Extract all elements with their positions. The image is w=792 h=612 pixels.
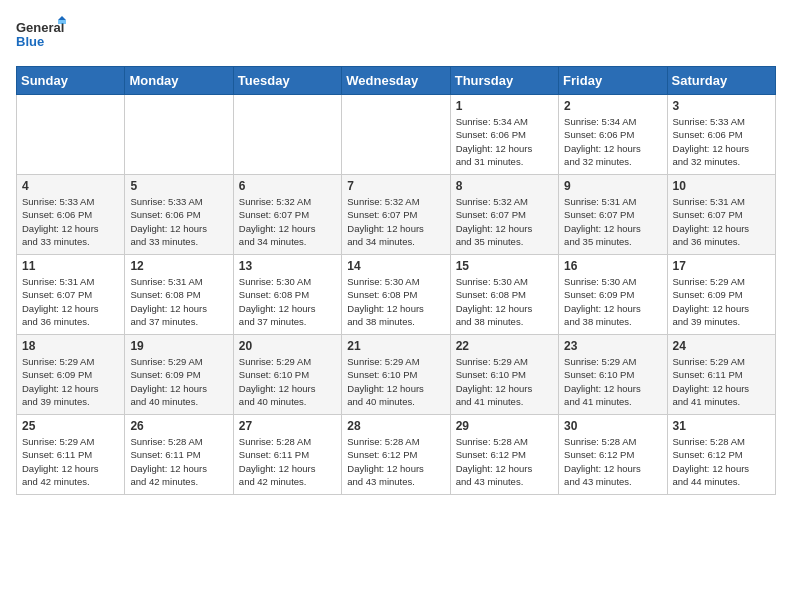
day-number: 17 <box>673 259 770 273</box>
calendar-cell: 1Sunrise: 5:34 AM Sunset: 6:06 PM Daylig… <box>450 95 558 175</box>
day-info: Sunrise: 5:30 AM Sunset: 6:08 PM Dayligh… <box>239 275 336 328</box>
calendar-table: SundayMondayTuesdayWednesdayThursdayFrid… <box>16 66 776 495</box>
calendar-cell: 16Sunrise: 5:30 AM Sunset: 6:09 PM Dayli… <box>559 255 667 335</box>
calendar-cell: 28Sunrise: 5:28 AM Sunset: 6:12 PM Dayli… <box>342 415 450 495</box>
calendar-cell: 5Sunrise: 5:33 AM Sunset: 6:06 PM Daylig… <box>125 175 233 255</box>
day-info: Sunrise: 5:31 AM Sunset: 6:07 PM Dayligh… <box>564 195 661 248</box>
calendar-cell: 12Sunrise: 5:31 AM Sunset: 6:08 PM Dayli… <box>125 255 233 335</box>
day-info: Sunrise: 5:31 AM Sunset: 6:07 PM Dayligh… <box>22 275 119 328</box>
calendar-cell: 7Sunrise: 5:32 AM Sunset: 6:07 PM Daylig… <box>342 175 450 255</box>
calendar-cell: 15Sunrise: 5:30 AM Sunset: 6:08 PM Dayli… <box>450 255 558 335</box>
svg-marker-3 <box>58 20 66 24</box>
day-info: Sunrise: 5:28 AM Sunset: 6:11 PM Dayligh… <box>130 435 227 488</box>
day-number: 27 <box>239 419 336 433</box>
calendar-cell: 17Sunrise: 5:29 AM Sunset: 6:09 PM Dayli… <box>667 255 775 335</box>
day-info: Sunrise: 5:28 AM Sunset: 6:11 PM Dayligh… <box>239 435 336 488</box>
day-number: 1 <box>456 99 553 113</box>
calendar-cell: 31Sunrise: 5:28 AM Sunset: 6:12 PM Dayli… <box>667 415 775 495</box>
weekday-header-tuesday: Tuesday <box>233 67 341 95</box>
day-number: 30 <box>564 419 661 433</box>
calendar-cell: 20Sunrise: 5:29 AM Sunset: 6:10 PM Dayli… <box>233 335 341 415</box>
calendar-week-row: 11Sunrise: 5:31 AM Sunset: 6:07 PM Dayli… <box>17 255 776 335</box>
day-info: Sunrise: 5:30 AM Sunset: 6:08 PM Dayligh… <box>347 275 444 328</box>
calendar-cell: 26Sunrise: 5:28 AM Sunset: 6:11 PM Dayli… <box>125 415 233 495</box>
day-info: Sunrise: 5:33 AM Sunset: 6:06 PM Dayligh… <box>130 195 227 248</box>
day-number: 7 <box>347 179 444 193</box>
weekday-header-saturday: Saturday <box>667 67 775 95</box>
calendar-cell: 27Sunrise: 5:28 AM Sunset: 6:11 PM Dayli… <box>233 415 341 495</box>
day-number: 8 <box>456 179 553 193</box>
day-number: 2 <box>564 99 661 113</box>
day-info: Sunrise: 5:32 AM Sunset: 6:07 PM Dayligh… <box>347 195 444 248</box>
calendar-cell <box>17 95 125 175</box>
day-number: 13 <box>239 259 336 273</box>
calendar-week-row: 1Sunrise: 5:34 AM Sunset: 6:06 PM Daylig… <box>17 95 776 175</box>
day-info: Sunrise: 5:29 AM Sunset: 6:10 PM Dayligh… <box>456 355 553 408</box>
calendar-cell: 9Sunrise: 5:31 AM Sunset: 6:07 PM Daylig… <box>559 175 667 255</box>
day-number: 10 <box>673 179 770 193</box>
calendar-cell: 29Sunrise: 5:28 AM Sunset: 6:12 PM Dayli… <box>450 415 558 495</box>
calendar-week-row: 18Sunrise: 5:29 AM Sunset: 6:09 PM Dayli… <box>17 335 776 415</box>
day-info: Sunrise: 5:29 AM Sunset: 6:10 PM Dayligh… <box>239 355 336 408</box>
day-number: 5 <box>130 179 227 193</box>
day-info: Sunrise: 5:33 AM Sunset: 6:06 PM Dayligh… <box>22 195 119 248</box>
day-number: 15 <box>456 259 553 273</box>
day-number: 16 <box>564 259 661 273</box>
calendar-cell: 2Sunrise: 5:34 AM Sunset: 6:06 PM Daylig… <box>559 95 667 175</box>
day-number: 6 <box>239 179 336 193</box>
day-number: 21 <box>347 339 444 353</box>
day-info: Sunrise: 5:28 AM Sunset: 6:12 PM Dayligh… <box>564 435 661 488</box>
svg-text:General: General <box>16 20 64 35</box>
weekday-header-thursday: Thursday <box>450 67 558 95</box>
day-info: Sunrise: 5:28 AM Sunset: 6:12 PM Dayligh… <box>347 435 444 488</box>
day-number: 14 <box>347 259 444 273</box>
day-number: 18 <box>22 339 119 353</box>
day-info: Sunrise: 5:29 AM Sunset: 6:10 PM Dayligh… <box>564 355 661 408</box>
calendar-week-row: 25Sunrise: 5:29 AM Sunset: 6:11 PM Dayli… <box>17 415 776 495</box>
calendar-cell: 6Sunrise: 5:32 AM Sunset: 6:07 PM Daylig… <box>233 175 341 255</box>
day-info: Sunrise: 5:30 AM Sunset: 6:08 PM Dayligh… <box>456 275 553 328</box>
day-info: Sunrise: 5:32 AM Sunset: 6:07 PM Dayligh… <box>456 195 553 248</box>
day-number: 28 <box>347 419 444 433</box>
day-number: 25 <box>22 419 119 433</box>
day-info: Sunrise: 5:34 AM Sunset: 6:06 PM Dayligh… <box>456 115 553 168</box>
calendar-cell <box>125 95 233 175</box>
calendar-cell: 14Sunrise: 5:30 AM Sunset: 6:08 PM Dayli… <box>342 255 450 335</box>
day-info: Sunrise: 5:28 AM Sunset: 6:12 PM Dayligh… <box>456 435 553 488</box>
weekday-header-friday: Friday <box>559 67 667 95</box>
day-number: 26 <box>130 419 227 433</box>
logo-svg: General Blue <box>16 16 66 58</box>
header: General Blue <box>16 16 776 58</box>
calendar-cell: 25Sunrise: 5:29 AM Sunset: 6:11 PM Dayli… <box>17 415 125 495</box>
calendar-cell: 21Sunrise: 5:29 AM Sunset: 6:10 PM Dayli… <box>342 335 450 415</box>
day-info: Sunrise: 5:29 AM Sunset: 6:09 PM Dayligh… <box>673 275 770 328</box>
calendar-cell: 13Sunrise: 5:30 AM Sunset: 6:08 PM Dayli… <box>233 255 341 335</box>
day-number: 31 <box>673 419 770 433</box>
day-info: Sunrise: 5:29 AM Sunset: 6:09 PM Dayligh… <box>22 355 119 408</box>
logo: General Blue <box>16 16 66 58</box>
calendar-cell <box>342 95 450 175</box>
day-info: Sunrise: 5:29 AM Sunset: 6:10 PM Dayligh… <box>347 355 444 408</box>
day-info: Sunrise: 5:30 AM Sunset: 6:09 PM Dayligh… <box>564 275 661 328</box>
day-info: Sunrise: 5:28 AM Sunset: 6:12 PM Dayligh… <box>673 435 770 488</box>
day-number: 22 <box>456 339 553 353</box>
calendar-cell: 30Sunrise: 5:28 AM Sunset: 6:12 PM Dayli… <box>559 415 667 495</box>
weekday-header-monday: Monday <box>125 67 233 95</box>
day-number: 11 <box>22 259 119 273</box>
svg-marker-2 <box>58 16 66 20</box>
calendar-cell: 8Sunrise: 5:32 AM Sunset: 6:07 PM Daylig… <box>450 175 558 255</box>
day-number: 19 <box>130 339 227 353</box>
calendar-week-row: 4Sunrise: 5:33 AM Sunset: 6:06 PM Daylig… <box>17 175 776 255</box>
day-info: Sunrise: 5:31 AM Sunset: 6:07 PM Dayligh… <box>673 195 770 248</box>
day-number: 24 <box>673 339 770 353</box>
calendar-cell: 4Sunrise: 5:33 AM Sunset: 6:06 PM Daylig… <box>17 175 125 255</box>
weekday-header-wednesday: Wednesday <box>342 67 450 95</box>
calendar-cell: 19Sunrise: 5:29 AM Sunset: 6:09 PM Dayli… <box>125 335 233 415</box>
day-info: Sunrise: 5:29 AM Sunset: 6:11 PM Dayligh… <box>22 435 119 488</box>
day-info: Sunrise: 5:33 AM Sunset: 6:06 PM Dayligh… <box>673 115 770 168</box>
day-number: 29 <box>456 419 553 433</box>
day-info: Sunrise: 5:29 AM Sunset: 6:11 PM Dayligh… <box>673 355 770 408</box>
day-number: 20 <box>239 339 336 353</box>
calendar-cell: 22Sunrise: 5:29 AM Sunset: 6:10 PM Dayli… <box>450 335 558 415</box>
day-info: Sunrise: 5:31 AM Sunset: 6:08 PM Dayligh… <box>130 275 227 328</box>
